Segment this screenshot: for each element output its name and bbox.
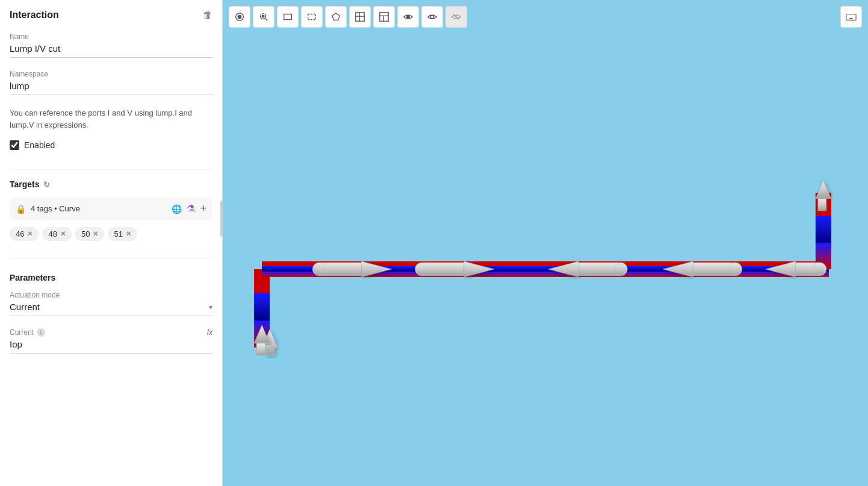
divider-1 <box>10 169 212 170</box>
svg-point-36 <box>614 263 627 276</box>
svg-rect-27 <box>818 199 826 211</box>
chip-51: 51✕ <box>108 227 137 241</box>
chip-50: 50✕ <box>75 227 104 241</box>
svg-rect-26 <box>256 343 265 355</box>
enabled-label[interactable]: Enabled <box>24 140 55 150</box>
enabled-row: Enabled <box>10 140 212 150</box>
svg-point-42 <box>813 263 826 276</box>
chip-remove-48[interactable]: ✕ <box>60 230 66 238</box>
tags-label: 4 tags • Curve <box>31 204 167 213</box>
tags-chips: 46✕48✕50✕51✕ <box>10 227 212 241</box>
targets-section-title: Targets ↻ <box>10 179 212 189</box>
add-target-icon[interactable]: + <box>200 202 206 215</box>
actuation-mode-select[interactable]: Current ▾ <box>10 302 212 316</box>
actuation-mode-field: Actuation mode Current ▾ <box>10 291 212 316</box>
chevron-down-icon: ▾ <box>209 303 212 311</box>
targets-refresh-icon[interactable]: ↻ <box>43 180 50 189</box>
chip-remove-50[interactable]: ✕ <box>93 230 98 238</box>
pipeline-visualization <box>223 0 868 486</box>
info-icon: i <box>37 328 45 337</box>
fx-button[interactable]: fx <box>207 328 212 337</box>
current-header: Current i fx <box>10 328 212 337</box>
name-label: Name <box>10 33 212 41</box>
info-text: You can reference the ports I and V usin… <box>10 107 212 131</box>
params-section-title: Parameters <box>10 273 212 282</box>
divider-2 <box>10 258 212 258</box>
panel-header: Interaction 🗑 <box>10 10 212 20</box>
chip-48: 48✕ <box>42 227 71 241</box>
svg-point-39 <box>729 263 742 276</box>
name-value[interactable]: Lump I/V cut <box>10 43 212 58</box>
namespace-value[interactable]: lump <box>10 81 212 95</box>
current-field: Current i fx Iop <box>10 328 212 354</box>
lock-icon: 🔒 <box>16 204 26 214</box>
left-panel: Interaction 🗑 Name Lump I/V cut Namespac… <box>0 0 223 486</box>
canvas-area <box>223 0 868 486</box>
targets-row: 🔒 4 tags • Curve 🌐 ⚗ + <box>10 198 212 220</box>
namespace-label: Namespace <box>10 70 212 78</box>
svg-point-30 <box>312 263 326 276</box>
svg-point-33 <box>415 263 429 276</box>
panel-title: Interaction <box>10 10 59 20</box>
filter-icon[interactable]: ⚗ <box>187 203 195 214</box>
chip-remove-46[interactable]: ✕ <box>27 230 33 238</box>
actuation-mode-label: Actuation mode <box>10 291 212 299</box>
globe-icon[interactable]: 🌐 <box>172 204 182 214</box>
arrow-tip-up <box>816 181 831 199</box>
enabled-checkbox[interactable] <box>10 140 19 150</box>
namespace-field-group: Namespace lump <box>10 70 212 95</box>
chip-46: 46✕ <box>10 227 39 241</box>
params-section: Parameters Actuation mode Current ▾ Curr… <box>10 273 212 354</box>
current-value[interactable]: Iop <box>10 339 212 354</box>
actuation-mode-value: Current <box>10 302 40 312</box>
name-field-group: Name Lump I/V cut <box>10 33 212 58</box>
current-label: Current i <box>10 328 45 337</box>
scroll-indicator[interactable] <box>220 201 223 237</box>
chip-remove-51[interactable]: ✕ <box>126 230 131 238</box>
delete-icon[interactable]: 🗑 <box>203 10 212 20</box>
